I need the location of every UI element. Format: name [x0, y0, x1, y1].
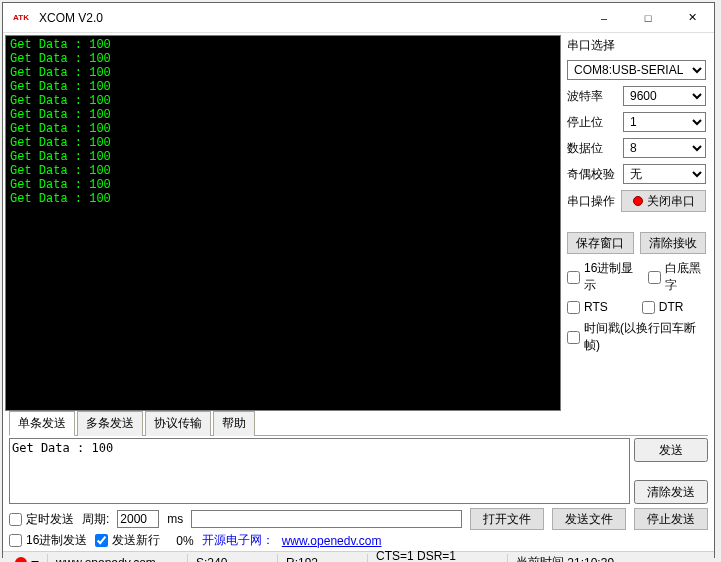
tab-multi-send[interactable]: 多条发送 [77, 411, 143, 436]
stop-label: 停止位 [567, 114, 617, 131]
serial-panel: 串口选择 COM8:USB-SERIAL 波特率 9600 停止位 1 数据位 … [563, 33, 714, 409]
status-site: www.openedv.com [48, 554, 188, 563]
hex-display-checkbox[interactable]: 16进制显示 [567, 260, 638, 294]
record-icon [633, 196, 643, 206]
send-newline-checkbox[interactable]: 发送新行 [95, 532, 160, 549]
op-label: 串口操作 [567, 193, 615, 210]
port-toggle-button[interactable]: 关闭串口 [621, 190, 706, 212]
baud-label: 波特率 [567, 88, 617, 105]
send-tabs: 单条发送 多条发送 协议传输 帮助 [9, 411, 708, 436]
options-row-2: 16进制发送 发送新行 0% 开源电子网： www.openedv.com [9, 532, 708, 549]
minimize-button[interactable]: – [582, 3, 626, 33]
titlebar: ATK XCOM V2.0 – □ ✕ [3, 3, 714, 33]
timestamp-checkbox[interactable]: 时间戳(以换行回车断帧) [567, 320, 706, 354]
file-path-input[interactable] [191, 510, 462, 528]
status-bar: www.openedv.com S:240 R:192 CTS=1 DSR=1 … [3, 551, 714, 562]
content-area: Get Data : 100 Get Data : 100 Get Data :… [3, 33, 714, 562]
app-window: ATK XCOM V2.0 – □ ✕ Get Data : 100 Get D… [2, 2, 715, 558]
window-title: XCOM V2.0 [39, 11, 582, 25]
tab-protocol[interactable]: 协议传输 [145, 411, 211, 436]
dtr-checkbox[interactable]: DTR [642, 300, 684, 314]
period-label: 周期: [82, 511, 109, 528]
send-button[interactable]: 发送 [634, 438, 708, 462]
serial-section-label: 串口选择 [567, 37, 706, 54]
close-button[interactable]: ✕ [670, 3, 714, 33]
options-row-1: 定时发送 周期: ms 打开文件 发送文件 停止发送 [9, 508, 708, 530]
parity-select[interactable]: 无 [623, 164, 706, 184]
stop-select[interactable]: 1 [623, 112, 706, 132]
port-select[interactable]: COM8:USB-SERIAL [567, 60, 706, 80]
send-area: 发送 清除发送 [9, 438, 708, 504]
tab-single-send[interactable]: 单条发送 [9, 411, 75, 436]
baud-select[interactable]: 9600 [623, 86, 706, 106]
save-window-button[interactable]: 保存窗口 [567, 232, 634, 254]
status-time: 当前时间 21:10:39 [508, 554, 622, 563]
status-recv: R:192 [278, 554, 368, 563]
open-file-button[interactable]: 打开文件 [470, 508, 544, 530]
link-label: 开源电子网： [202, 532, 274, 549]
period-input[interactable] [117, 510, 159, 528]
maximize-button[interactable]: □ [626, 3, 670, 33]
status-signals: CTS=1 DSR=1 DCD=1 [368, 554, 508, 563]
status-sent: S:240 [188, 554, 278, 563]
rts-checkbox[interactable]: RTS [567, 300, 608, 314]
website-link[interactable]: www.openedv.com [282, 534, 382, 548]
status-indicator [7, 554, 48, 563]
send-file-button[interactable]: 发送文件 [552, 508, 626, 530]
send-input[interactable] [9, 438, 630, 504]
period-unit: ms [167, 512, 183, 526]
clear-recv-button[interactable]: 清除接收 [640, 232, 707, 254]
hex-send-checkbox[interactable]: 16进制发送 [9, 532, 87, 549]
white-black-checkbox[interactable]: 白底黑字 [648, 260, 706, 294]
app-icon: ATK [9, 6, 33, 30]
tab-help[interactable]: 帮助 [213, 411, 255, 436]
clear-send-button[interactable]: 清除发送 [634, 480, 708, 504]
timed-send-checkbox[interactable]: 定时发送 [9, 511, 74, 528]
upper-area: Get Data : 100 Get Data : 100 Get Data :… [3, 33, 714, 409]
data-label: 数据位 [567, 140, 617, 157]
parity-label: 奇偶校验 [567, 166, 617, 183]
progress-pct: 0% [176, 534, 193, 548]
status-dot-icon [15, 557, 27, 563]
stop-send-button[interactable]: 停止发送 [634, 508, 708, 530]
data-select[interactable]: 8 [623, 138, 706, 158]
terminal-output[interactable]: Get Data : 100 Get Data : 100 Get Data :… [5, 35, 561, 411]
